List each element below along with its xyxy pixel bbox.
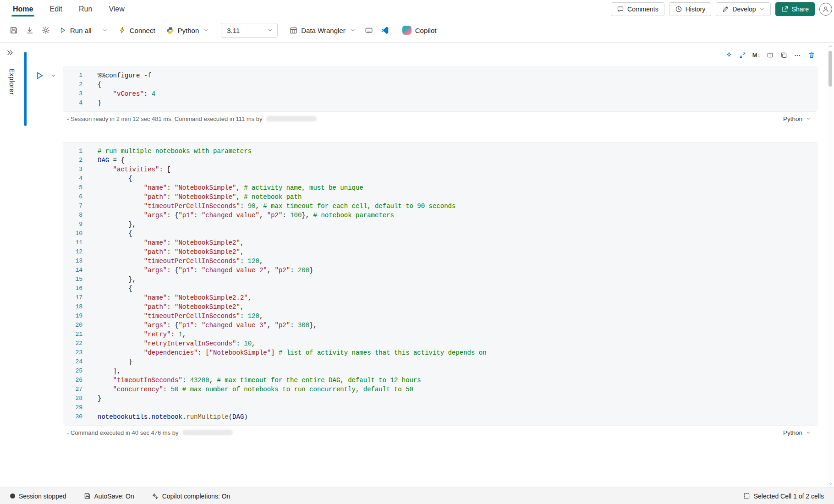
code-line[interactable]: 29 bbox=[63, 403, 817, 412]
code-text[interactable]: "name": "NotebookSimple2.2", bbox=[98, 293, 252, 302]
delete-cell-button[interactable] bbox=[805, 49, 818, 61]
export-button[interactable] bbox=[22, 22, 38, 38]
code-text[interactable]: }, bbox=[98, 220, 136, 229]
cell-kernel-selector[interactable]: Python bbox=[783, 115, 811, 122]
copilot-button[interactable]: Copilot bbox=[397, 22, 442, 38]
split-cell-button[interactable] bbox=[764, 49, 776, 61]
code-text[interactable]: # run multiple notebooks with parameters bbox=[98, 147, 252, 156]
connect-button[interactable]: Connect bbox=[113, 22, 161, 38]
code-text[interactable]: "path": "NotebookSimple2", bbox=[98, 247, 244, 257]
autosave-toggle[interactable]: AutoSave: On bbox=[84, 493, 134, 500]
code-text[interactable]: "args": {"p1": "changed value 3", "p2": … bbox=[98, 321, 317, 330]
explorer-label[interactable]: Explorer bbox=[8, 68, 16, 95]
code-text[interactable]: "args": {"p1": "changed value", "p2": 10… bbox=[98, 211, 394, 220]
code-text[interactable]: }, bbox=[98, 275, 136, 284]
run-all-dropdown[interactable] bbox=[97, 22, 113, 38]
menu-tab-run[interactable]: Run bbox=[71, 0, 100, 18]
code-editor[interactable]: 1# run multiple notebooks with parameter… bbox=[63, 142, 818, 426]
code-line[interactable]: 17 "name": "NotebookSimple2.2", bbox=[63, 293, 817, 302]
code-line[interactable]: 25 ], bbox=[63, 367, 817, 376]
code-text[interactable]: { bbox=[98, 80, 101, 89]
comments-button[interactable]: Comments bbox=[611, 2, 664, 16]
menu-tab-edit[interactable]: Edit bbox=[41, 0, 71, 18]
code-line[interactable]: 13 "timeoutPerCellInSeconds": 120, bbox=[63, 257, 817, 266]
code-text[interactable]: } bbox=[98, 99, 101, 108]
code-text[interactable]: "dependencies": ["NotebookSimple"] # lis… bbox=[98, 348, 487, 357]
code-text[interactable] bbox=[98, 403, 101, 412]
code-line[interactable]: 4} bbox=[63, 99, 817, 108]
code-line[interactable]: 18 "path": "NotebookSimple2", bbox=[63, 302, 817, 312]
code-text[interactable]: "path": "NotebookSimple", # notebook pat… bbox=[98, 192, 302, 202]
code-text[interactable]: "retryIntervalInSeconds": 10, bbox=[98, 339, 256, 348]
code-line[interactable]: 2DAG = { bbox=[63, 156, 817, 165]
code-line[interactable]: 23 "dependencies": ["NotebookSimple"] # … bbox=[63, 348, 817, 357]
run-cell-button[interactable] bbox=[34, 70, 45, 81]
code-text[interactable]: %%configure -f bbox=[98, 71, 152, 80]
account-button[interactable] bbox=[819, 3, 832, 16]
code-text[interactable]: ], bbox=[98, 367, 121, 376]
code-text[interactable]: "args": {"p1": "changed value 2", "p2": … bbox=[98, 266, 313, 275]
code-line[interactable]: 12 "path": "NotebookSimple2", bbox=[63, 247, 817, 257]
code-line[interactable]: 30notebookutils.notebook.runMultiple(DAG… bbox=[63, 412, 817, 422]
scrollbar-thumb[interactable] bbox=[829, 51, 832, 87]
code-text[interactable]: DAG = { bbox=[98, 156, 125, 165]
code-text[interactable]: "timeoutInSeconds": 43200, # max timeout… bbox=[98, 376, 421, 385]
code-line[interactable]: 10 { bbox=[63, 229, 817, 238]
run-all-button[interactable]: Run all bbox=[54, 22, 97, 38]
scroll-down-button[interactable] bbox=[828, 481, 833, 487]
code-line[interactable]: 21 "retry": 1, bbox=[63, 330, 817, 339]
save-button[interactable] bbox=[5, 22, 22, 38]
code-line[interactable]: 27 "concurrency": 50 # max number of not… bbox=[63, 385, 817, 394]
code-text[interactable]: } bbox=[98, 357, 132, 367]
code-line[interactable]: 3 "activities": [ bbox=[63, 165, 817, 174]
menu-tab-home[interactable]: Home bbox=[5, 0, 41, 18]
more-actions-button[interactable]: ··· bbox=[791, 49, 804, 61]
code-line[interactable]: 4 { bbox=[63, 174, 817, 183]
open-in-vscode-button[interactable] bbox=[377, 22, 393, 38]
code-line[interactable]: 2{ bbox=[63, 80, 817, 89]
code-text[interactable]: "concurrency": 50 # max number of notebo… bbox=[98, 385, 413, 394]
expand-explorer-button[interactable] bbox=[6, 49, 14, 56]
copilot-cell-button[interactable] bbox=[723, 49, 735, 61]
code-line[interactable]: 3 "vCores": 4 bbox=[63, 89, 817, 99]
data-wrangler-button[interactable]: Data Wrangler bbox=[284, 22, 361, 38]
cell-kernel-selector[interactable]: Python bbox=[783, 429, 811, 436]
menu-tab-view[interactable]: View bbox=[100, 0, 132, 18]
markdown-button[interactable]: M↓ bbox=[750, 49, 763, 61]
code-text[interactable]: "vCores": 4 bbox=[98, 89, 155, 99]
code-line[interactable]: 9 }, bbox=[63, 220, 817, 229]
code-line[interactable]: 22 "retryIntervalInSeconds": 10, bbox=[63, 339, 817, 348]
code-line[interactable]: 28} bbox=[63, 394, 817, 403]
code-text[interactable]: "path": "NotebookSimple2", bbox=[98, 302, 244, 312]
language-selector[interactable]: Python bbox=[161, 22, 215, 38]
code-line[interactable]: 6 "path": "NotebookSimple", # notebook p… bbox=[63, 192, 817, 202]
code-text[interactable]: "name": "NotebookSimple2", bbox=[98, 238, 244, 247]
focus-mode-button[interactable] bbox=[361, 22, 377, 38]
duplicate-cell-button[interactable] bbox=[778, 49, 790, 61]
code-line[interactable]: 16 { bbox=[63, 284, 817, 293]
share-button[interactable]: Share bbox=[775, 2, 815, 16]
code-text[interactable]: "timeoutPerCellInSeconds": 120, bbox=[98, 257, 263, 266]
code-text[interactable]: "retry": 1, bbox=[98, 330, 186, 339]
code-line[interactable]: 24 } bbox=[63, 357, 817, 367]
code-line[interactable]: 7 "timeoutPerCellInSeconds": 90, # max t… bbox=[63, 202, 817, 211]
code-text[interactable]: "activities": [ bbox=[98, 165, 171, 174]
settings-button[interactable] bbox=[38, 22, 54, 38]
code-text[interactable]: notebookutils.notebook.runMultiple(DAG) bbox=[98, 412, 248, 422]
code-line[interactable]: 14 "args": {"p1": "changed value 2", "p2… bbox=[63, 266, 817, 275]
code-text[interactable]: "name": "NotebookSimple", # activity nam… bbox=[98, 183, 363, 192]
code-line[interactable]: 5 "name": "NotebookSimple", # activity n… bbox=[63, 183, 817, 192]
code-line[interactable]: 26 "timeoutInSeconds": 43200, # max time… bbox=[63, 376, 817, 385]
code-text[interactable]: { bbox=[98, 284, 132, 293]
code-text[interactable]: "timeoutPerCellInSeconds": 120, bbox=[98, 312, 263, 321]
history-button[interactable]: History bbox=[669, 2, 712, 16]
scroll-up-button[interactable] bbox=[828, 44, 833, 49]
develop-button[interactable]: Develop bbox=[716, 2, 770, 16]
expand-cell-button[interactable] bbox=[736, 49, 749, 61]
code-line[interactable]: 8 "args": {"p1": "changed value", "p2": … bbox=[63, 211, 817, 220]
code-line[interactable]: 20 "args": {"p1": "changed value 3", "p2… bbox=[63, 321, 817, 330]
code-line[interactable]: 1# run multiple notebooks with parameter… bbox=[63, 147, 817, 156]
code-line[interactable]: 11 "name": "NotebookSimple2", bbox=[63, 238, 817, 247]
code-line[interactable]: 15 }, bbox=[63, 275, 817, 284]
version-select[interactable]: 3.11 bbox=[221, 23, 278, 38]
